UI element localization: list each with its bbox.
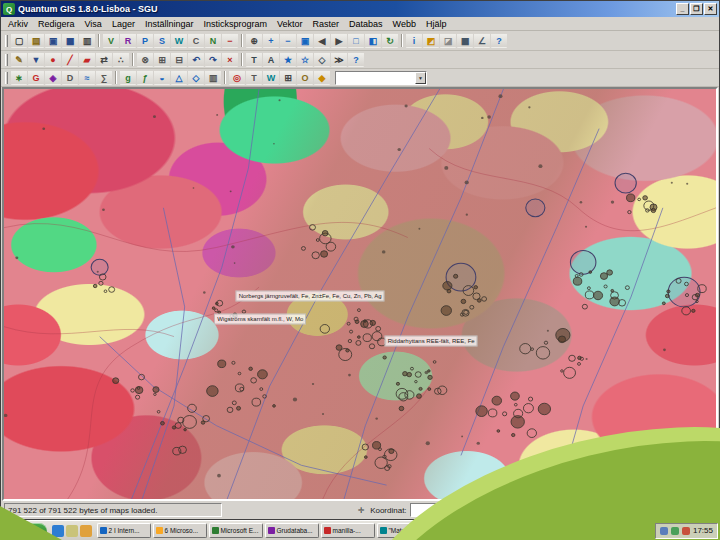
zoom-last-icon[interactable]: ◀: [314, 33, 330, 48]
select-features-icon[interactable]: ◩: [423, 33, 439, 48]
save-edits-icon[interactable]: ▼: [28, 52, 44, 67]
fullscreen-icon[interactable]: ⊞: [280, 70, 296, 85]
measure-area-icon[interactable]: ◇: [314, 52, 330, 67]
web-services-icon[interactable]: W: [263, 70, 279, 85]
dxf-import-icon[interactable]: D: [62, 70, 78, 85]
toolbar-grip[interactable]: [5, 54, 8, 66]
menu-vektor[interactable]: Vektor: [272, 19, 308, 29]
taskbar-button[interactable]: Grudataba...: [265, 523, 319, 538]
capture-line-icon[interactable]: ╱: [62, 52, 78, 67]
chevron-down-icon[interactable]: ▼: [415, 72, 426, 84]
network-tray-icon[interactable]: [671, 527, 679, 535]
menu-insticksprogram[interactable]: Insticksprogram: [198, 19, 272, 29]
menu-redigera[interactable]: Redigera: [33, 19, 80, 29]
taskbar-button[interactable]: 2 I Intern...: [97, 523, 151, 538]
maximize-button[interactable]: ❐: [690, 3, 703, 15]
toggle-editing-icon[interactable]: ✎: [11, 52, 27, 67]
map-label: Riddarhyttans REE-fält, REE, Fe: [385, 336, 478, 347]
toolbar-separator: [241, 53, 243, 66]
new-bookmark-icon[interactable]: ★: [280, 52, 296, 67]
capture-point-icon[interactable]: ●: [45, 52, 61, 67]
attribute-table-icon[interactable]: ▦: [457, 33, 473, 48]
copy-features-icon[interactable]: ⊞: [154, 52, 170, 67]
antivirus-tray-icon[interactable]: [682, 527, 690, 535]
zoom-out-icon[interactable]: −: [280, 33, 296, 48]
minimize-button[interactable]: _: [676, 3, 689, 15]
desktop-quicklaunch-icon[interactable]: [66, 525, 78, 537]
window-title: Quantum GIS 1.8.0-Lisboa - SGU: [18, 4, 675, 14]
zoom-to-layer-icon[interactable]: □: [348, 33, 364, 48]
move-feature-icon[interactable]: ⇄: [96, 52, 112, 67]
gps-tools-icon[interactable]: G: [28, 70, 44, 85]
labeling-icon[interactable]: T: [246, 52, 262, 67]
add-postgis-layer-icon[interactable]: P: [137, 33, 153, 48]
add-raster-layer-icon[interactable]: R: [120, 33, 136, 48]
show-bookmarks-icon[interactable]: ☆: [297, 52, 313, 67]
georeferencer-icon[interactable]: ◈: [45, 70, 61, 85]
menu-arkiv[interactable]: Arkiv: [3, 19, 33, 29]
open-project-icon[interactable]: ▤: [28, 33, 44, 48]
remove-layer-icon[interactable]: −: [222, 33, 238, 48]
new-project-icon[interactable]: ▢: [11, 33, 27, 48]
measure-line-icon[interactable]: ∠: [474, 33, 490, 48]
menu-hjälp[interactable]: Hjälp: [421, 19, 452, 29]
ftools-icon[interactable]: ƒ: [137, 70, 153, 85]
print-composer-icon[interactable]: ▥: [79, 33, 95, 48]
zoom-next-icon[interactable]: ▶: [331, 33, 347, 48]
python-console-icon[interactable]: ≫: [331, 52, 347, 67]
menu-databas[interactable]: Databas: [344, 19, 388, 29]
system-tray: 17:55: [655, 523, 718, 539]
add-wms-layer-icon[interactable]: W: [171, 33, 187, 48]
node-tool-icon[interactable]: ∴: [113, 52, 129, 67]
menu-inställningar[interactable]: Inställningar: [140, 19, 199, 29]
capture-polygon-icon[interactable]: ▰: [79, 52, 95, 67]
menu-visa[interactable]: Visa: [80, 19, 107, 29]
menu-raster[interactable]: Raster: [308, 19, 345, 29]
toolbar-separator: [132, 53, 134, 66]
add-spatialite-layer-icon[interactable]: S: [154, 33, 170, 48]
refresh-map-icon[interactable]: ↻: [382, 33, 398, 48]
geoprocessing-icon[interactable]: ◒: [154, 70, 170, 85]
zoom-in-icon[interactable]: +: [263, 33, 279, 48]
taskbar-button[interactable]: 6 Microso...: [153, 523, 207, 538]
undo-icon[interactable]: ↶: [188, 52, 204, 67]
raster-calculator-icon[interactable]: ∑: [96, 70, 112, 85]
delete-selected-icon[interactable]: ×: [222, 52, 238, 67]
paste-features-icon[interactable]: ⊟: [171, 52, 187, 67]
zoom-full-icon[interactable]: ▣: [297, 33, 313, 48]
taskbar-button[interactable]: Microsoft E...: [209, 523, 263, 538]
taskbar-button[interactable]: manilla-...: [321, 523, 375, 538]
menu-webb[interactable]: Webb: [388, 19, 421, 29]
pan-map-icon[interactable]: ⊕: [246, 33, 262, 48]
geometry-tools-icon[interactable]: △: [171, 70, 187, 85]
help-contents-icon[interactable]: ?: [348, 52, 364, 67]
menu-lager[interactable]: Lager: [107, 19, 140, 29]
add-vector-layer-icon[interactable]: V: [103, 33, 119, 48]
save-project-as-icon[interactable]: ▦: [62, 33, 78, 48]
volume-tray-icon[interactable]: [660, 527, 668, 535]
feature-combo[interactable]: ▼: [335, 71, 427, 85]
interpolation-icon[interactable]: ≈: [79, 70, 95, 85]
zoom-to-selection-icon[interactable]: ◧: [365, 33, 381, 48]
text-to-feature-icon[interactable]: T: [246, 70, 262, 85]
close-button[interactable]: ✕: [704, 3, 717, 15]
grass-tools-icon[interactable]: g: [120, 70, 136, 85]
analysis-tools-icon[interactable]: ◇: [188, 70, 204, 85]
data-management-icon[interactable]: ▥: [205, 70, 221, 85]
decorations-icon[interactable]: ◆: [314, 70, 330, 85]
toolbar-grip[interactable]: [5, 35, 8, 47]
cut-features-icon[interactable]: ⊗: [137, 52, 153, 67]
deselect-features-icon[interactable]: ◪: [440, 33, 456, 48]
explorer-quicklaunch-icon[interactable]: [80, 525, 92, 537]
osm-tools-icon[interactable]: O: [297, 70, 313, 85]
identify-features-icon[interactable]: i: [406, 33, 422, 48]
coordinate-capture-icon[interactable]: ◎: [229, 70, 245, 85]
new-shapefile-icon[interactable]: N: [205, 33, 221, 48]
annotation-icon[interactable]: A: [263, 52, 279, 67]
map-tips-icon[interactable]: ?: [491, 33, 507, 48]
redo-icon[interactable]: ↷: [205, 52, 221, 67]
toolbar-grip[interactable]: [5, 72, 8, 84]
plugin-manager-icon[interactable]: ∗: [11, 70, 27, 85]
save-project-icon[interactable]: ▣: [45, 33, 61, 48]
add-csv-layer-icon[interactable]: C: [188, 33, 204, 48]
